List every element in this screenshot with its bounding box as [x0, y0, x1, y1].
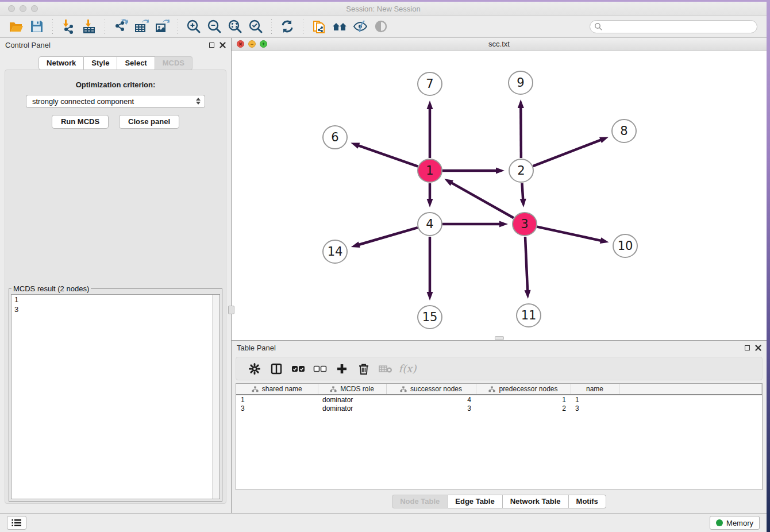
column-header-mcds-role[interactable]: MCDS role [318, 384, 386, 395]
export-image-icon [155, 19, 170, 34]
network-maximize-icon[interactable]: + [260, 40, 267, 48]
zoom-in-button[interactable] [185, 18, 202, 35]
cell-name[interactable]: 3 [571, 404, 619, 413]
graph-node-label: 6 [331, 130, 338, 144]
tab-motifs[interactable]: Motifs [569, 495, 606, 508]
table-panel: Table Panel [232, 341, 767, 513]
column-header-predecessor-nodes[interactable]: predecessor nodes [476, 384, 571, 395]
close-table-panel-icon[interactable] [755, 345, 761, 351]
mcds-result-list[interactable]: 1 3 [11, 294, 220, 499]
show-graphics-details-button[interactable] [372, 18, 390, 35]
float-table-panel-icon[interactable] [745, 345, 750, 350]
zoom-fit-button[interactable] [226, 18, 244, 35]
search-icon [594, 22, 603, 31]
hierarchy-icon [330, 386, 337, 392]
vertical-splitter-handle[interactable] [228, 306, 234, 314]
cell-mcds-role[interactable]: dominator [318, 404, 386, 413]
import-table-button[interactable] [80, 18, 98, 35]
delete-table-button[interactable] [375, 360, 396, 377]
graph-edge[interactable] [533, 140, 602, 166]
select-all-columns-button[interactable] [287, 360, 309, 377]
horizontal-splitter-handle[interactable] [495, 336, 504, 340]
hide-graphics-details-button[interactable] [352, 18, 369, 35]
eye-disabled-icon [374, 19, 388, 34]
network-window-titlebar[interactable]: ✕ − + scc.txt [232, 38, 767, 51]
tab-select[interactable]: Select [117, 56, 155, 70]
titlebar[interactable]: Session: New Session [0, 2, 767, 16]
zoom-selected-button[interactable] [247, 18, 264, 35]
network-minimize-icon[interactable]: − [248, 40, 256, 48]
tab-node-table[interactable]: Node Table [392, 495, 448, 508]
clone-network-button[interactable] [310, 18, 328, 35]
node-table: shared name MCDS role successor nodes pr… [236, 383, 763, 490]
close-panel-button[interactable]: Close panel [119, 115, 179, 129]
close-panel-icon[interactable] [220, 42, 226, 48]
cell-shared-name[interactable]: 1 [236, 395, 318, 404]
table-settings-button[interactable] [244, 360, 265, 377]
network-overview-button[interactable] [331, 18, 348, 35]
memory-button[interactable]: Memory [710, 516, 760, 530]
graph-edge[interactable] [451, 183, 514, 218]
control-panel-title: Control Panel [5, 41, 51, 49]
import-network-button[interactable] [60, 18, 77, 35]
graph-edge[interactable] [525, 237, 528, 291]
delete-table-icon [379, 364, 392, 373]
cell-name[interactable]: 1 [571, 395, 619, 404]
search-input[interactable] [590, 20, 757, 33]
column-header-successor-nodes[interactable]: successor nodes [386, 384, 476, 395]
graph-edge-arrowhead [599, 137, 609, 143]
tab-network-table[interactable]: Network Table [503, 495, 569, 508]
graph-edge-arrowhead [496, 168, 505, 174]
column-header-shared-name[interactable]: shared name [236, 384, 318, 395]
refresh-layout-button[interactable] [279, 18, 296, 35]
tab-edge-table[interactable]: Edge Table [448, 495, 502, 508]
float-panel-icon[interactable] [209, 43, 214, 48]
open-session-button[interactable] [7, 18, 25, 35]
table-row[interactable]: 3 dominator 3 2 3 [236, 404, 762, 413]
open-folder-icon [9, 19, 24, 34]
graph-edge[interactable] [358, 145, 418, 167]
run-mcds-button[interactable]: Run MCDS [52, 115, 109, 129]
add-row-button[interactable] [331, 360, 353, 377]
graph-edge[interactable] [522, 183, 523, 200]
delete-row-button[interactable] [353, 360, 375, 377]
column-header-name[interactable]: name [571, 384, 619, 395]
column-layout-button[interactable] [265, 360, 287, 377]
cell-predecessor-nodes[interactable]: 1 [476, 395, 571, 404]
cell-successor-nodes[interactable]: 3 [386, 404, 476, 413]
table-row[interactable]: 1 dominator 4 1 1 [236, 395, 762, 404]
graph-edge[interactable] [537, 227, 601, 241]
graph-edge[interactable] [358, 228, 418, 245]
graph-edge-arrowhead [427, 292, 433, 300]
cell-predecessor-nodes[interactable]: 2 [476, 404, 571, 413]
cell-successor-nodes[interactable]: 4 [386, 395, 476, 404]
toolbar-separator [105, 19, 105, 34]
cell-mcds-role[interactable]: dominator [318, 395, 386, 404]
network-close-icon[interactable]: ✕ [237, 40, 244, 48]
hierarchy-icon [252, 386, 259, 392]
export-image-button[interactable] [153, 18, 171, 35]
tab-style[interactable]: Style [84, 56, 117, 70]
tab-network[interactable]: Network [38, 56, 84, 70]
result-scrollbar[interactable] [212, 295, 220, 499]
network-canvas[interactable]: 7968124314101511 [232, 51, 767, 340]
graph-edge[interactable] [521, 107, 521, 158]
save-session-button[interactable] [28, 18, 45, 35]
zoom-out-button[interactable] [206, 18, 223, 35]
export-table-button[interactable] [133, 18, 150, 35]
criterion-value: strongly connected component [32, 97, 134, 106]
cell-shared-name[interactable]: 3 [236, 404, 318, 413]
task-history-button[interactable] [7, 516, 26, 530]
graph-edge-arrowhead [520, 199, 526, 207]
toolbar-separator [178, 19, 178, 34]
criterion-dropdown[interactable]: strongly connected component [26, 95, 205, 108]
tab-mcds[interactable]: MCDS [155, 56, 192, 70]
zoom-out-icon [207, 19, 222, 34]
import-network-icon [61, 19, 76, 34]
deselect-all-columns-button[interactable] [309, 360, 331, 377]
function-builder-button[interactable]: f(x) [396, 360, 418, 377]
table-panel-title: Table Panel [237, 344, 276, 352]
graph-node-label: 1 [426, 164, 433, 178]
toolbar-separator [303, 19, 303, 34]
export-network-button[interactable] [112, 18, 129, 35]
